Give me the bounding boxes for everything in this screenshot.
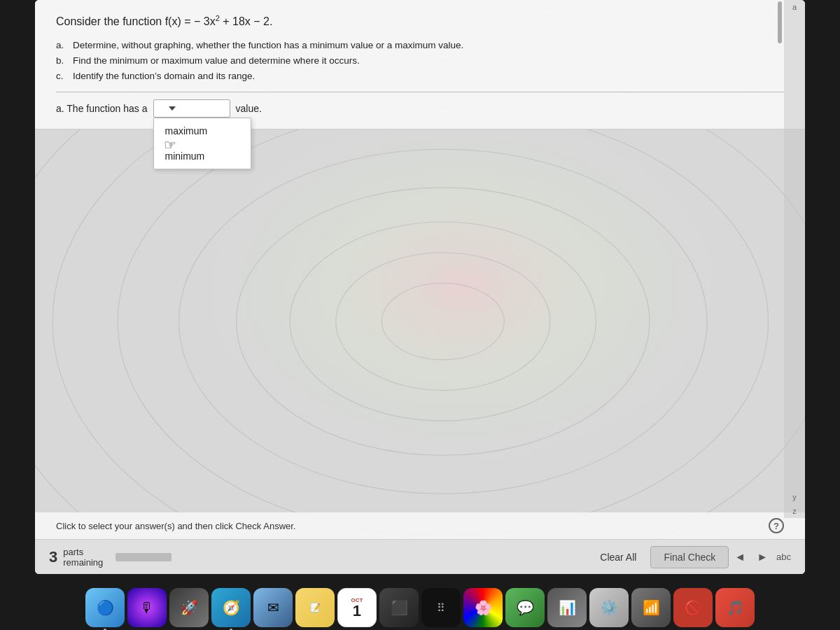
sub-q-text-a: Determine, without graphing, whether the… [73,38,463,53]
dock-messages[interactable]: 💬 [505,588,545,627]
charts-icon: 📊 [559,599,576,616]
dock-music[interactable]: 🎵 [715,588,755,627]
part-a-suffix: value. [236,103,262,114]
right-tabs: a y z [784,0,805,518]
dock-launchpad[interactable]: 🚀 [169,588,209,627]
photos-icon: 🌸 [475,599,492,616]
dropdown-selected-text [161,103,164,114]
calendar-icon: OCT 1 [351,597,363,619]
dock-settings[interactable]: ⚙️ [589,588,629,627]
action-bar: 3 parts remaining Clear All Final Check … [35,539,805,574]
instruction-bar: Click to select your answer(s) and then … [35,512,805,539]
right-tab-y: y [784,490,805,504]
dock-misc[interactable]: ⬛ [379,588,419,627]
sound-icon: 📶 [643,599,660,616]
abc-badge: abc [776,552,791,562]
sub-q-label-c: c. [56,69,67,84]
part-a-row: a. The function has a ☞ maximum minimum [56,99,784,118]
sub-question-a: a. Determine, without graphing, whether … [56,38,784,53]
content-area: Consider the function f(x) = − 3x2 + 18x… [35,0,805,574]
notes-icon: 📝 [310,603,321,612]
dock-donotdisturb[interactable]: 🚫 [673,588,713,627]
mail-icon: ✉ [267,599,279,616]
right-tab-a: a [784,0,805,14]
dock-safari[interactable]: 🧭 [211,588,251,627]
dropdown-container[interactable]: ☞ maximum minimum [153,99,230,118]
part-a-prefix: a. The function has a [56,103,148,114]
instruction-text: Click to select your answer(s) and then … [56,521,295,531]
safari-icon: 🧭 [223,599,240,616]
settings-icon: ⚙️ [601,599,618,616]
mac-dock: 🔵 🎙 🚀 🧭 ✉ 📝 OCT 1 ⬛ ⠿ 🌸 💬 [0,574,840,630]
sub-questions: a. Determine, without graphing, whether … [56,38,784,83]
mac-screen: Consider the function f(x) = − 3x2 + 18x… [35,0,805,574]
scrollbar[interactable] [777,0,783,539]
dock-mail[interactable]: ✉ [253,588,293,627]
dock-musicapp[interactable]: ⠿ [421,588,461,627]
dock-calendar[interactable]: OCT 1 [337,588,377,627]
parts-count: 3 [49,550,57,565]
scrollbar-thumb[interactable] [778,1,782,43]
sub-question-b: b. Find the minimum or maximum value and… [56,53,784,69]
dropdown-arrow-icon [169,106,176,111]
finder-icon: 🔵 [97,599,114,616]
donotdisturb-icon: 🚫 [685,599,702,616]
nav-prev-button[interactable]: ◄ [729,547,751,568]
music-dots-icon: ⠿ [437,601,445,615]
dropdown-option-minimum[interactable]: minimum [154,144,251,169]
dropdown-menu: ☞ maximum minimum [153,118,251,169]
dock-finder[interactable]: 🔵 [85,588,125,627]
misc-icon: ⬛ [391,599,408,616]
parts-label: parts [63,547,103,557]
dock-notes[interactable]: 📝 [295,588,335,627]
calendar-day: 1 [353,603,361,619]
sub-q-label-b: b. [56,53,67,69]
nav-next-button[interactable]: ► [751,547,774,568]
sub-q-label-a: a. [56,38,67,53]
dock-sound[interactable]: 📶 [631,588,671,627]
right-tab-z: z [784,504,805,518]
sub-q-text-c: Identify the function’s domain and its r… [73,69,255,84]
dock-siri[interactable]: 🎙 [127,588,167,627]
dock-photos[interactable]: 🌸 [463,588,503,627]
sub-question-c: c. Identify the function’s domain and it… [56,69,784,84]
divider [56,92,784,92]
music-icon: 🎵 [727,599,744,616]
messages-icon: 💬 [517,599,534,616]
siri-icon: 🎙 [140,600,154,616]
sub-q-text-b: Find the minimum or maximum value and de… [73,53,360,69]
question-panel: Consider the function f(x) = − 3x2 + 18x… [35,0,805,130]
question-title: Consider the function f(x) = − 3x2 + 18x… [56,14,784,28]
launchpad-icon: 🚀 [181,599,198,616]
value-dropdown[interactable] [153,99,230,118]
dock-charts[interactable]: 📊 [547,588,587,627]
parts-info: parts remaining [63,547,103,568]
final-check-button[interactable]: Final Check [650,546,729,568]
progress-bar [115,553,172,561]
remaining-label: remaining [63,557,103,568]
clear-all-button[interactable]: Clear All [586,547,650,567]
dropdown-option-maximum[interactable]: maximum [154,118,251,144]
